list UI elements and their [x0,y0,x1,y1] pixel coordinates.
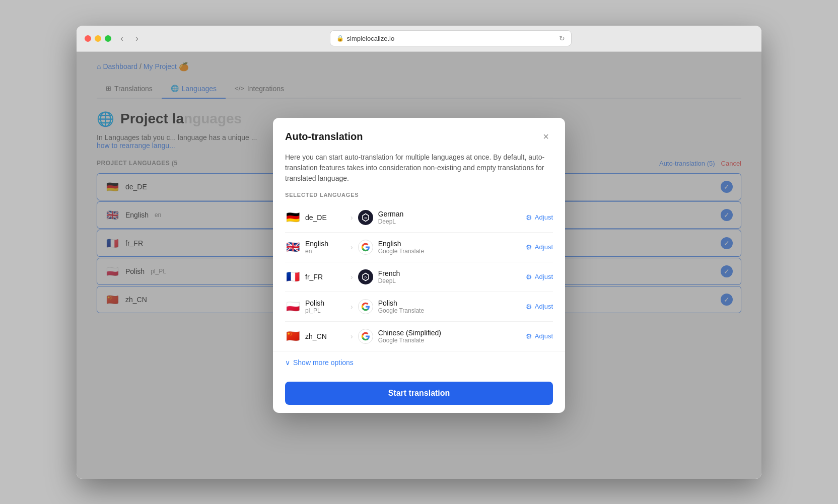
adjust-button-de[interactable]: ⚙ Adjust [526,213,553,222]
arrow-en: › [351,243,353,251]
target-de: German DeepL [378,210,521,225]
google-icon-en [358,240,373,255]
target-engine-pl: Google Translate [378,307,521,314]
browser-window: ‹ › 🔒 simplelocalize.io ↻ ⌂ Dashboard / … [77,26,761,479]
adjust-button-fr[interactable]: ⚙ Adjust [526,273,553,281]
arrow-pl: › [351,303,353,311]
target-engine-fr: DeepL [378,277,521,284]
adjust-icon-de: ⚙ [526,213,532,222]
browser-chrome: ‹ › 🔒 simplelocalize.io ↻ [77,26,761,52]
source-pl: Polish pl_PL [305,299,345,314]
source-code-en: en [305,248,345,255]
source-flag-fr: 🇫🇷 [285,269,300,284]
url-text: simplelocalize.io [347,35,395,42]
translation-row-pl: 🇵🇱 Polish pl_PL › [285,292,553,322]
adjust-label-fr: Adjust [535,273,553,280]
chevron-down-icon: ∨ [285,358,290,367]
deepl-icon-fr: D [358,269,373,284]
page-content: ⌂ Dashboard / My Project 🍊 ⊞ Translation… [77,52,761,479]
target-engine-de: DeepL [378,218,521,225]
source-code-pl: pl_PL [305,307,345,314]
translation-row-de: 🇩🇪 de_DE › D German [285,203,553,233]
adjust-icon-zh: ⚙ [526,332,532,340]
close-traffic-light[interactable] [85,35,91,42]
translation-row-zh: 🇨🇳 zh_CN › [285,322,553,351]
adjust-icon-en: ⚙ [526,243,532,251]
auto-translation-modal: Auto-translation × Here you can start au… [273,118,565,413]
arrow-fr: › [351,273,353,281]
start-translation-button[interactable]: Start translation [285,382,553,405]
svg-text:D: D [365,217,367,220]
adjust-icon-pl: ⚙ [526,303,532,311]
source-fr: fr_FR [305,273,345,281]
adjust-label-de: Adjust [535,213,553,221]
source-en: English en [305,240,345,255]
source-flag-de: 🇩🇪 [285,210,300,225]
target-name-zh: Chinese (Simplified) [378,329,521,337]
target-name-fr: French [378,269,521,277]
source-name-en: English [305,240,345,248]
source-name-de: de_DE [305,213,345,222]
target-name-en: English [378,240,521,248]
target-fr: French DeepL [378,269,521,284]
adjust-button-en[interactable]: ⚙ Adjust [526,243,553,251]
show-more-label: Show more options [293,358,354,367]
google-icon-pl [358,299,373,314]
traffic-lights [85,35,111,42]
lock-icon: 🔒 [336,35,344,42]
adjust-icon-fr: ⚙ [526,273,532,281]
modal-overlay[interactable]: Auto-translation × Here you can start au… [77,52,761,479]
modal-footer-options: ∨ Show more options [273,351,565,374]
arrow-zh: › [351,332,353,340]
maximize-traffic-light[interactable] [105,35,111,42]
adjust-button-pl[interactable]: ⚙ Adjust [526,303,553,311]
selected-languages-label: SELECTED LANGUAGES [273,192,565,203]
target-name-pl: Polish [378,299,521,307]
source-flag-en: 🇬🇧 [285,240,300,255]
adjust-label-en: Adjust [535,243,553,251]
source-name-fr: fr_FR [305,273,345,281]
source-flag-zh: 🇨🇳 [285,329,300,344]
modal-header: Auto-translation × [273,118,565,152]
translation-row-en: 🇬🇧 English en › [285,233,553,262]
modal-title: Auto-translation [285,131,363,142]
source-name-pl: Polish [305,299,345,307]
reload-button[interactable]: ↻ [559,34,565,42]
minimize-traffic-light[interactable] [95,35,101,42]
target-engine-zh: Google Translate [378,337,521,344]
source-name-zh: zh_CN [305,332,345,340]
google-icon-zh [358,329,373,344]
modal-description: Here you can start auto-translation for … [273,152,565,192]
deepl-icon-de: D [358,210,373,225]
adjust-button-zh[interactable]: ⚙ Adjust [526,332,553,340]
forward-button[interactable]: › [132,32,142,45]
svg-text:D: D [365,276,367,279]
target-engine-en: Google Translate [378,248,521,255]
source-zh: zh_CN [305,332,345,340]
target-zh: Chinese (Simplified) Google Translate [378,329,521,344]
target-pl: Polish Google Translate [378,299,521,314]
target-en: English Google Translate [378,240,521,255]
source-flag-pl: 🇵🇱 [285,299,300,314]
modal-footer: Start translation [273,374,565,413]
back-button[interactable]: ‹ [117,32,126,45]
modal-close-button[interactable]: × [539,130,553,144]
show-more-button[interactable]: ∨ Show more options [285,358,354,367]
translation-row-fr: 🇫🇷 fr_FR › D French [285,262,553,292]
address-bar[interactable]: 🔒 simplelocalize.io ↻ [330,30,572,46]
arrow-de: › [351,213,353,222]
target-name-de: German [378,210,521,218]
adjust-label-pl: Adjust [535,303,553,310]
adjust-label-zh: Adjust [535,332,553,340]
source-de: de_DE [305,213,345,222]
modal-body: 🇩🇪 de_DE › D German [273,203,565,351]
